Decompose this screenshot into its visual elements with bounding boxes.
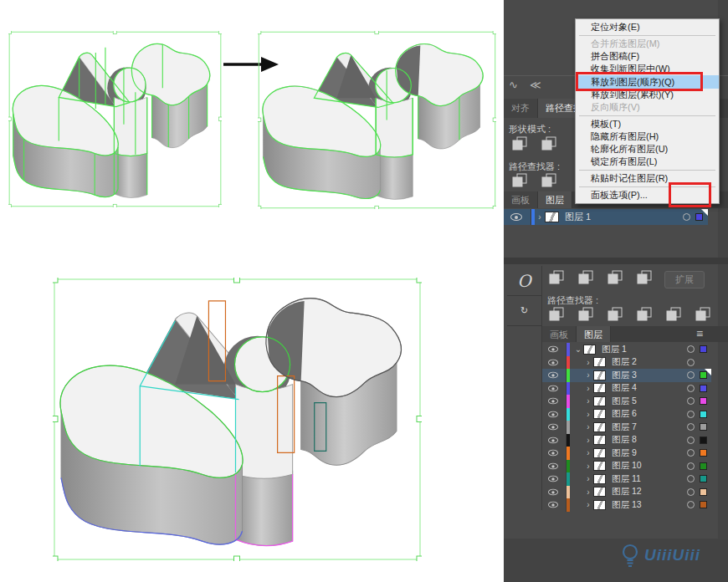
target-circle-icon[interactable] — [687, 462, 695, 470]
target-circle-icon[interactable] — [687, 385, 695, 392]
layer-thumbnail[interactable] — [593, 409, 606, 419]
tab-layers[interactable]: 图层 — [538, 191, 572, 208]
layer-thumbnail[interactable] — [593, 500, 606, 510]
expand-arrow-icon[interactable]: › — [583, 370, 593, 380]
minus-front-icon[interactable] — [540, 135, 560, 152]
menu-item-12[interactable]: 锁定所有图层(L) — [576, 156, 719, 168]
visibility-eye-icon[interactable] — [548, 346, 558, 353]
menu-item-10[interactable]: 隐藏所有图层(H) — [576, 130, 719, 143]
target-circle-icon[interactable] — [683, 213, 690, 221]
layer-thumbnail[interactable] — [593, 383, 606, 393]
chevrons-icon[interactable]: ≪ — [530, 79, 541, 91]
intersect-icon[interactable] — [606, 269, 626, 286]
target-circle-icon[interactable] — [687, 359, 695, 366]
rotate-tool-icon[interactable]: ↻ — [507, 296, 541, 326]
layer-row[interactable]: ⌄图层 1 — [542, 343, 711, 356]
layer-row[interactable]: ›图层 4 — [542, 382, 711, 396]
trim-icon[interactable] — [540, 172, 560, 189]
layer-thumbnail[interactable] — [593, 435, 606, 445]
layer-thumbnail[interactable] — [593, 487, 606, 497]
layer-thumbnail[interactable] — [593, 422, 606, 432]
target-circle-icon[interactable] — [687, 371, 695, 379]
divide-icon[interactable] — [547, 306, 567, 323]
layer-row[interactable]: ›图层 6 — [542, 408, 711, 421]
layer-row[interactable]: ›图层 8 — [542, 434, 711, 447]
width-tool-icon[interactable]: ∿ — [509, 79, 518, 91]
visibility-eye-icon[interactable] — [548, 450, 558, 457]
layer-row[interactable]: ›图层 3 — [542, 369, 711, 382]
artwork-released-3d-letter[interactable] — [258, 31, 496, 209]
unite-icon[interactable] — [510, 135, 531, 152]
expand-arrow-icon[interactable]: › — [583, 384, 593, 393]
layer-row[interactable]: ›图层 5 — [542, 395, 711, 408]
outline-icon[interactable] — [664, 306, 684, 323]
layer-row[interactable]: ›图层 9 — [542, 447, 711, 460]
exclude-icon[interactable] — [635, 269, 655, 286]
panel-menu-icon[interactable]: ≡ — [696, 328, 703, 340]
tab-artboards[interactable]: 画板 — [504, 191, 538, 208]
layer-thumbnail[interactable] — [593, 357, 606, 367]
visibility-eye-icon[interactable] — [510, 213, 522, 221]
expand-arrow-icon[interactable]: › — [583, 358, 593, 367]
expand-arrow-icon[interactable]: › — [583, 488, 593, 497]
visibility-eye-icon[interactable] — [548, 476, 558, 482]
visibility-eye-icon[interactable] — [548, 359, 558, 365]
tab-layers[interactable]: 图层 — [577, 326, 611, 342]
menu-item-9[interactable]: 模板(T) — [576, 118, 719, 130]
expand-arrow-icon[interactable]: › — [583, 474, 593, 483]
visibility-eye-icon[interactable] — [548, 424, 558, 431]
target-circle-icon[interactable] — [687, 345, 695, 353]
expand-arrow-icon[interactable]: › — [583, 396, 593, 406]
divide-icon[interactable] — [510, 172, 531, 189]
visibility-eye-icon[interactable] — [548, 502, 558, 508]
menu-item-3[interactable]: 拼合图稿(F) — [576, 50, 719, 63]
target-circle-icon[interactable] — [687, 449, 695, 457]
layer-row[interactable]: ›图层 7 — [542, 421, 711, 434]
visibility-eye-icon[interactable] — [548, 436, 558, 443]
layer-thumbnail[interactable] — [593, 370, 606, 380]
expand-arrow-icon[interactable]: › — [583, 422, 593, 431]
layer-thumbnail[interactable] — [593, 461, 606, 471]
expand-arrow-icon[interactable]: › — [583, 410, 593, 419]
menu-item-11[interactable]: 轮廓化所有图层(U) — [576, 143, 719, 156]
target-circle-icon[interactable] — [687, 411, 695, 418]
expand-arrow-icon[interactable]: › — [583, 500, 593, 509]
minus-front-icon[interactable] — [577, 269, 597, 286]
layer-thumbnail[interactable] — [593, 396, 606, 406]
unite-icon[interactable] — [547, 269, 567, 286]
layer-thumbnail[interactable] — [593, 448, 606, 458]
target-circle-icon[interactable] — [687, 436, 695, 444]
target-circle-icon[interactable] — [687, 397, 695, 405]
layer-thumbnail[interactable] — [593, 474, 606, 484]
layer-row[interactable]: ›图层 12 — [542, 486, 711, 499]
expand-arrow-icon[interactable]: › — [583, 436, 593, 445]
layer-row[interactable]: ›图层 10 — [542, 460, 711, 473]
expand-arrow-icon[interactable]: › — [535, 212, 545, 222]
visibility-eye-icon[interactable] — [548, 462, 558, 469]
visibility-eye-icon[interactable] — [548, 372, 558, 379]
visibility-eye-icon[interactable] — [548, 398, 558, 405]
target-circle-icon[interactable] — [687, 488, 695, 496]
artwork-layered-3d-letter[interactable] — [53, 278, 422, 561]
ellipse-tool-icon[interactable]: O — [507, 266, 541, 296]
expand-arrow-icon[interactable]: ⌄ — [573, 345, 583, 354]
expand-arrow-icon[interactable]: › — [583, 448, 593, 457]
crop-icon[interactable] — [635, 306, 655, 323]
trim-icon[interactable] — [577, 306, 597, 323]
target-circle-icon[interactable] — [687, 475, 695, 482]
layer-row[interactable]: ›图层 13 — [542, 498, 711, 512]
tab-align[interactable]: 对齐 — [504, 99, 538, 118]
visibility-eye-icon[interactable] — [548, 385, 558, 391]
target-circle-icon[interactable] — [687, 501, 695, 508]
expand-button[interactable]: 扩展 — [664, 271, 705, 288]
layer-row[interactable]: › 图层 1 — [504, 209, 708, 225]
layer-row[interactable]: ›图层 2 — [542, 356, 711, 370]
layer-thumbnail[interactable] — [583, 345, 596, 355]
artwork-selected-3d-letter[interactable] — [8, 31, 222, 207]
layer-thumbnail[interactable] — [545, 212, 559, 222]
menu-item-0[interactable]: 定位对象(E) — [576, 21, 719, 33]
target-circle-icon[interactable] — [687, 423, 695, 431]
merge-icon[interactable] — [606, 306, 626, 323]
expand-arrow-icon[interactable]: › — [583, 462, 593, 471]
layer-row[interactable]: ›图层 11 — [542, 472, 711, 486]
